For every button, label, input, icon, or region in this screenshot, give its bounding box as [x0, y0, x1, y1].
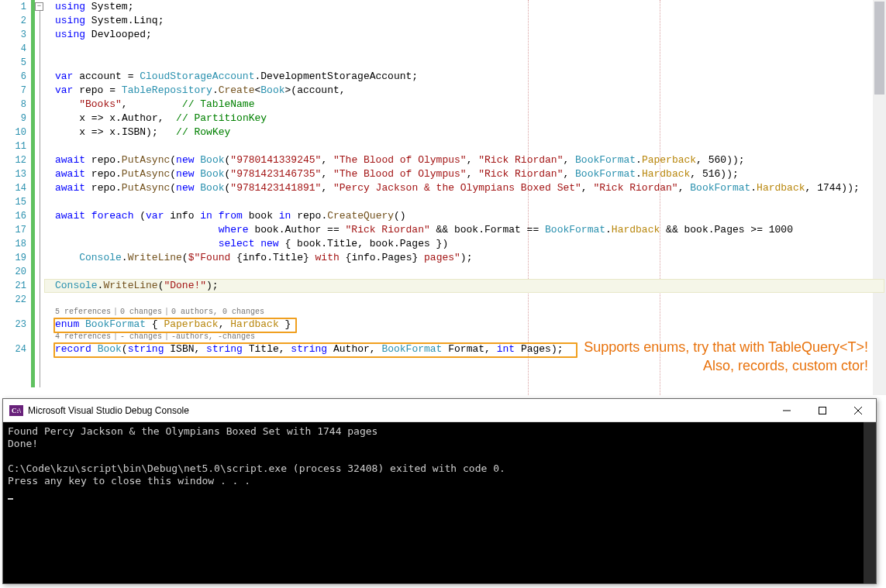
line-number[interactable]: 2: [0, 14, 26, 28]
line-number[interactable]: 19: [0, 251, 26, 265]
line-number[interactable]: 6: [0, 70, 26, 84]
code-editor[interactable]: 123456789101112131415161718192021222324 …: [0, 0, 886, 395]
annotation-line-2: Also, records, custom ctor!: [434, 356, 868, 375]
code-line[interactable]: await repo.PutAsync(new Book("9780141339…: [44, 153, 886, 167]
annotation-line-1: Supports enums, try that with TableQuery…: [434, 338, 868, 356]
code-line[interactable]: using Devlooped;: [44, 28, 886, 42]
code-line[interactable]: using System.Linq;: [44, 14, 886, 28]
highlight-box-enum: [53, 318, 297, 333]
line-number[interactable]: 13: [0, 167, 26, 181]
code-line[interactable]: Console.WriteLine($"Found {info.Title} w…: [44, 251, 886, 265]
code-line[interactable]: [44, 293, 886, 307]
line-number[interactable]: 3: [0, 28, 26, 42]
code-line[interactable]: select new { book.Title, book.Pages }): [44, 237, 886, 251]
code-line[interactable]: await repo.PutAsync(new Book("9781423141…: [44, 181, 886, 195]
console-cursor: [8, 498, 13, 500]
minimize-icon: [783, 407, 791, 414]
line-number[interactable]: 23: [0, 318, 26, 332]
code-line[interactable]: var account = CloudStorageAccount.Develo…: [44, 70, 886, 84]
code-line[interactable]: var repo = TableRepository.Create<Book>(…: [44, 84, 886, 98]
code-line[interactable]: [44, 56, 886, 70]
line-number-gutter[interactable]: 123456789101112131415161718192021222324: [0, 0, 31, 356]
code-line[interactable]: await repo.PutAsync(new Book("9781423146…: [44, 167, 886, 181]
code-line[interactable]: [44, 195, 886, 209]
fold-toggle-icon[interactable]: −: [35, 2, 43, 11]
maximize-button[interactable]: [805, 399, 840, 421]
line-number[interactable]: 17: [0, 223, 26, 237]
console-scrollbar[interactable]: [864, 422, 876, 583]
outlining-margin[interactable]: −: [35, 0, 44, 387]
line-number[interactable]: 7: [0, 84, 26, 98]
line-number[interactable]: 1: [0, 0, 26, 14]
svg-rect-1: [819, 407, 826, 414]
line-number[interactable]: 21: [0, 279, 26, 293]
code-line[interactable]: [44, 265, 886, 279]
line-number[interactable]: 16: [0, 209, 26, 223]
line-number[interactable]: 11: [0, 139, 26, 153]
code-line[interactable]: "Books", // TableName: [44, 98, 886, 112]
line-number[interactable]: 20: [0, 265, 26, 279]
code-line[interactable]: using System;: [44, 0, 886, 14]
line-number[interactable]: 14: [0, 181, 26, 195]
code-line[interactable]: [44, 139, 886, 153]
console-title: Microsoft Visual Studio Debug Console: [28, 405, 769, 416]
debug-console-window[interactable]: C:\ Microsoft Visual Studio Debug Consol…: [2, 398, 877, 584]
console-app-icon: C:\: [9, 405, 23, 416]
line-number[interactable]: 15: [0, 195, 26, 209]
line-number[interactable]: 9: [0, 112, 26, 126]
line-number[interactable]: 5: [0, 56, 26, 70]
line-number[interactable]: 22: [0, 293, 26, 307]
code-line[interactable]: where book.Author == "Rick Riordan" && b…: [44, 223, 886, 237]
console-output[interactable]: Found Percy Jackson & the Olympians Boxe…: [3, 422, 876, 583]
code-line[interactable]: [44, 42, 886, 56]
line-number[interactable]: 18: [0, 237, 26, 251]
code-line[interactable]: await foreach (var info in from book in …: [44, 209, 886, 223]
close-button[interactable]: [840, 399, 876, 421]
code-line[interactable]: x => x.Author, // PartitionKey: [44, 112, 886, 126]
line-number[interactable]: 24: [0, 342, 26, 356]
line-number[interactable]: 4: [0, 42, 26, 56]
line-number[interactable]: 10: [0, 126, 26, 139]
code-line[interactable]: x => x.ISBN); // RowKey: [44, 126, 886, 139]
line-number[interactable]: 8: [0, 98, 26, 112]
annotation-text: Supports enums, try that with TableQuery…: [434, 338, 868, 375]
code-line[interactable]: Console.WriteLine("Done!");: [44, 279, 886, 293]
close-icon: [854, 407, 862, 414]
console-titlebar[interactable]: C:\ Microsoft Visual Studio Debug Consol…: [3, 399, 876, 422]
line-number[interactable]: 12: [0, 153, 26, 167]
minimize-button[interactable]: [769, 399, 805, 421]
maximize-icon: [819, 407, 826, 414]
codelens-indicator[interactable]: 5 references|0 changes|0 authors, 0 chan…: [44, 307, 886, 318]
